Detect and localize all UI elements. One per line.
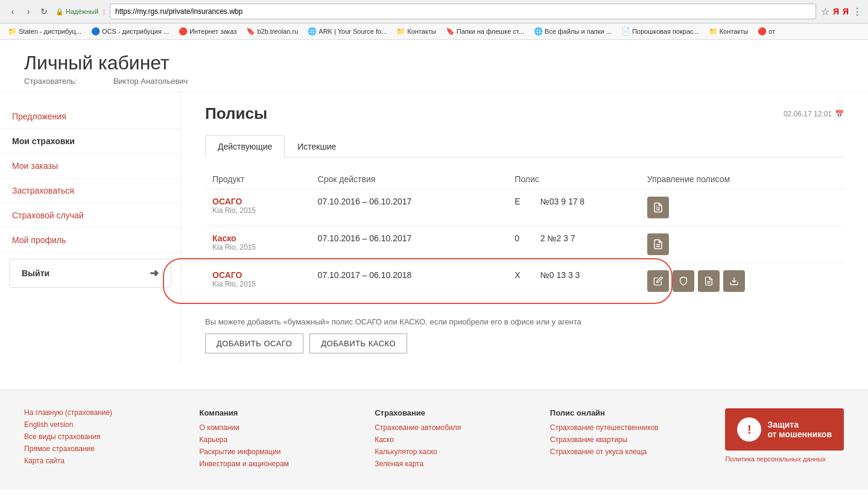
period-cell: 07.10.2017 – 06.10.2018	[311, 263, 508, 300]
footer-link-travel[interactable]: Страхование путешественников	[550, 423, 702, 432]
sidebar-item-moi-zakazy[interactable]: Мои заказы	[0, 154, 180, 179]
footer-col-1: На главную (страхование) English version…	[24, 408, 176, 472]
document-icon-2[interactable]	[647, 233, 669, 255]
bookmark-ark[interactable]: 🌐 ARK | Your Source fo...	[305, 26, 390, 37]
lock-icon: 🔒	[55, 8, 64, 16]
table-row: Каско Kia Rio, 2015 07.10.2016 – 06.10.2…	[205, 226, 844, 263]
bookmark-icon-2: 🔵	[91, 27, 100, 36]
col-product: Продукт	[205, 169, 311, 189]
bookmarks-bar: 📁 Staten - дистрибуц... 🔵 OCS - дистрибу…	[0, 24, 868, 40]
policy-prefix-cell: 0	[507, 226, 533, 263]
fraud-icon: !	[737, 417, 761, 441]
main-content: Полисы 02.06.17 12:01 📅 Действующие Исте…	[181, 92, 868, 366]
reload-button[interactable]: ↻	[37, 5, 51, 18]
bookmark-powder[interactable]: 📄 Порошковая покрас...	[618, 26, 702, 37]
bookmark-contacts2[interactable]: 📁 Контакты	[706, 26, 752, 37]
footer-col-4: Полис онлайн Страхование путешественнико…	[550, 408, 702, 472]
table-row-highlighted: ОСАГО Kia Rio, 2015 07.10.2017 – 06.10.2…	[205, 263, 844, 300]
policy-prefix-cell: Х	[507, 263, 533, 300]
edit-icon[interactable]	[647, 270, 669, 292]
policy-car: Kia Rio, 2015	[212, 206, 303, 215]
period-cell: 07.10.2016 – 06.10.2017	[311, 189, 508, 226]
actions-cell	[640, 189, 844, 226]
bookmark-vsefayli[interactable]: 🌐 Все файлы и папки ...	[531, 26, 615, 37]
sidebar-item-strakhovoi-sluchai[interactable]: Страховой случай	[0, 203, 180, 228]
policy-car: Kia Rio, 2015	[212, 243, 303, 252]
bookmark-b2b[interactable]: 🔖 b2b.treolan.ru	[243, 26, 301, 37]
footer-link-investors[interactable]: Инвесторам и акционерам	[200, 460, 351, 468]
policies-table: Продукт Срок действия Полис Управление п…	[205, 169, 844, 299]
actions-cell	[640, 263, 844, 300]
footer-link-sitemap[interactable]: Карта сайта	[24, 457, 176, 465]
footer-link-direct[interactable]: Прямое страхование	[24, 445, 176, 453]
footer-link-policy[interactable]: Политика персональных данных	[725, 455, 844, 463]
sidebar: Предложения Мои страховки Мои заказы Зас…	[0, 92, 181, 366]
bookmark-ocs[interactable]: 🔵 OCS - дистрибуция ...	[88, 26, 172, 37]
add-policy-section: Вы можете добавить «бумажный» полис ОСАГ…	[205, 311, 844, 353]
policy-name: ОСАГО	[212, 197, 303, 206]
add-osago-button[interactable]: ДОБАВИТЬ ОСАГО	[205, 334, 303, 353]
bookmark-icon-11: 🔴	[758, 27, 767, 36]
page-content: Предложения Мои страховки Мои заказы Зас…	[0, 92, 868, 366]
tabs-container: Действующие Истекшие	[205, 135, 844, 157]
col-period: Срок действия	[311, 169, 508, 189]
star-icon[interactable]: ☆	[821, 6, 829, 17]
footer-col3-title: Страхование	[375, 408, 526, 417]
sidebar-item-moi-strakhovki[interactable]: Мои страховки	[0, 129, 180, 154]
policy-car: Kia Rio, 2015	[212, 280, 303, 288]
sidebar-item-predlozheniya[interactable]: Предложения	[0, 104, 180, 129]
footer-link-english[interactable]: English version	[24, 420, 176, 429]
product-cell: ОСАГО Kia Rio, 2015	[205, 263, 311, 300]
sidebar-item-moi-profil[interactable]: Мой профиль	[0, 228, 180, 253]
footer-col2-title: Компания	[200, 408, 351, 417]
sidebar-item-zastrakhovat[interactable]: Застраховаться	[0, 179, 180, 203]
pdf-icon[interactable]	[698, 270, 720, 292]
yandex-icon[interactable]: Я	[833, 7, 839, 16]
footer-link-career[interactable]: Карьера	[200, 435, 351, 444]
download-icon[interactable]	[723, 270, 745, 292]
timestamp-value: 02.06.17 12:01	[784, 110, 832, 118]
bookmark-papki[interactable]: 🔖 Папки на флешке ст...	[443, 26, 527, 37]
shield-icon[interactable]	[673, 270, 694, 292]
page-header: Личный кабинет Страхователь: Виктор Анат…	[0, 40, 868, 92]
policies-title: Полисы	[205, 104, 267, 123]
footer-link-disclosure[interactable]: Раскрытие информации	[200, 448, 351, 456]
bookmark-icon-3: 🔴	[179, 27, 188, 36]
footer-link-about[interactable]: О компании	[200, 423, 351, 432]
back-button[interactable]: ‹	[6, 5, 19, 18]
bookmark-icon-6: 📁	[396, 27, 405, 36]
footer-link-car-insurance[interactable]: Страхование автомобиля	[375, 423, 526, 432]
footer-link-green-card[interactable]: Зеленая карта	[375, 460, 526, 468]
menu-icon[interactable]: ⋮	[852, 6, 862, 17]
bookmark-contacts1[interactable]: 📁 Контакты	[393, 26, 439, 37]
bookmark-ot[interactable]: 🔴 от	[755, 26, 778, 37]
insurer-label: Страхователь:	[24, 77, 77, 86]
footer-fraud-block: ! Защитаот мошенников Политика персональ…	[725, 408, 844, 472]
yandex2-icon[interactable]: Я	[843, 7, 849, 16]
url-bar[interactable]	[110, 4, 816, 19]
document-icon-1[interactable]	[647, 197, 669, 218]
footer-link-main[interactable]: На главную (страхование)	[24, 408, 176, 417]
bookmark-staten[interactable]: 📁 Staten - дистрибуц...	[5, 26, 84, 37]
tab-expired[interactable]: Истекшие	[285, 135, 349, 157]
bookmark-icon-5: 🌐	[308, 27, 317, 36]
bookmark-icon-7: 🔖	[446, 27, 455, 36]
bookmark-icon-4: 🔖	[246, 27, 255, 36]
tab-active[interactable]: Действующие	[205, 135, 285, 157]
footer-link-apartment[interactable]: Страхование квартиры	[550, 435, 702, 444]
logout-button[interactable]: Выйти ➜	[9, 259, 171, 288]
policy-prefix-cell: Е	[507, 189, 533, 226]
logout-arrow-icon: ➜	[150, 267, 159, 280]
policy-number-cell: №03 9 17 8	[533, 189, 640, 226]
fraud-banner[interactable]: ! Защитаот мошенников	[725, 408, 844, 451]
footer-link-all-insurance[interactable]: Все виды страхования	[24, 432, 176, 441]
footer-link-kasko[interactable]: Каско	[375, 435, 526, 444]
bookmark-icon-9: 📄	[621, 27, 630, 36]
bookmark-internet[interactable]: 🔴 Интернет заказ	[176, 26, 239, 37]
page-main-title: Личный кабинет	[24, 52, 844, 74]
forward-button[interactable]: ›	[22, 5, 35, 18]
footer-link-tick[interactable]: Страхование от укуса клеща	[550, 448, 702, 456]
add-kasko-button[interactable]: ДОБАВИТЬ КАСКО	[309, 334, 407, 353]
footer-link-kasko-calc[interactable]: Калькулятор каско	[375, 448, 526, 456]
fraud-text: Защитаот мошенников	[767, 420, 832, 439]
